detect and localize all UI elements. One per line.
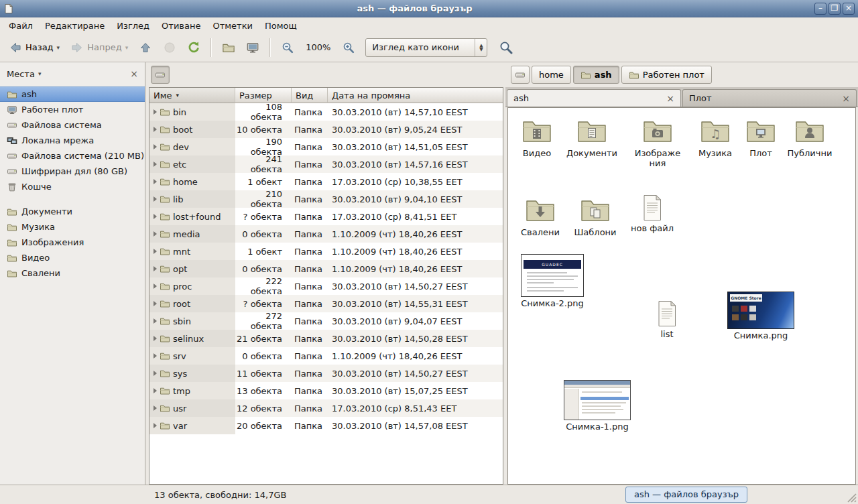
pathbar-button-root[interactable] [511,66,530,84]
column-header-date[interactable]: Дата на промяна [328,88,503,103]
icon-view-item[interactable]: GUADECСнимка-2.png [519,254,585,309]
table-row[interactable]: sys11 обектаПапка30.03.2010 (вт) 14,50,2… [149,365,503,382]
expander-icon[interactable] [154,336,157,341]
table-row[interactable]: lost+found? обектаПапка17.03.2010 (ср) 8… [149,208,503,225]
icon-view[interactable]: ВидеоДокументиИзображения♫МузикаПлотПубл… [508,108,855,484]
expander-icon[interactable] [154,249,157,254]
icon-view-item[interactable]: Публични [785,115,835,159]
expander-icon[interactable] [154,284,157,289]
menu-help[interactable]: Помощ [259,19,303,32]
table-row[interactable]: tmp13 обектаПапка30.03.2010 (вт) 15,07,2… [149,382,503,399]
icon-view-item[interactable]: Плот [741,115,781,159]
menu-file[interactable]: Файл [3,19,39,32]
resize-grip[interactable] [847,493,857,503]
expander-icon[interactable] [154,423,157,428]
table-row[interactable]: boot10 обектаПапка30.03.2010 (вт) 9,05,2… [149,121,503,138]
expander-icon[interactable] [154,214,157,219]
sidebar-item[interactable]: Изображения [0,235,145,250]
table-row[interactable]: proc222 обектаПапка30.03.2010 (вт) 14,50… [149,277,503,295]
sidebar-item[interactable]: Свалени [0,265,145,281]
titlebar[interactable]: ash — файлов браузър – ❐ × [0,0,858,17]
menu-edit[interactable]: Редактиране [39,19,111,32]
up-button[interactable] [134,38,157,57]
computer-button[interactable] [241,38,264,57]
stop-button[interactable] [158,38,181,57]
sidebar-close-icon[interactable]: × [130,69,138,78]
icon-view-item[interactable]: нов файл [627,194,677,234]
icon-view-item[interactable]: Снимка-1.png [564,380,631,432]
tab-ash[interactable]: ash× [507,89,681,107]
pathbar-button-desktop[interactable]: Работен плот [621,66,712,84]
pathbar-root-button[interactable] [151,66,170,84]
icon-view-item[interactable]: list [645,300,689,340]
table-row[interactable]: etc241 обектаПапка30.03.2010 (вт) 14,57,… [149,155,503,173]
expander-icon[interactable] [154,301,157,306]
expander-icon[interactable] [154,162,157,167]
tab-plot[interactable]: Плот× [682,89,857,107]
close-button[interactable]: × [843,3,855,15]
column-header-name[interactable]: Име▾ [149,88,235,103]
forward-button[interactable]: Напред ▾ [66,38,133,57]
menu-view[interactable]: Изглед [111,19,156,32]
table-row[interactable]: usr12 обектаПапка17.03.2010 (ср) 8,51,43… [149,399,503,417]
sidebar-item[interactable]: Файлова система [0,117,145,133]
column-header-type[interactable]: Вид [292,88,328,103]
menu-bookmarks[interactable]: Отметки [206,19,258,32]
minimize-button[interactable]: – [814,3,826,15]
sidebar-item[interactable]: Музика [0,219,145,235]
sidebar-item[interactable]: Шифриран дял (80 GB) [0,164,145,179]
pathbar-button-home[interactable]: home [532,66,571,84]
table-row[interactable]: bin108 обектаПапка30.03.2010 (вт) 14,57,… [149,103,503,121]
chevron-down-icon[interactable]: ▾ [38,70,42,77]
icon-view-item[interactable]: Свалени [518,194,562,238]
expander-icon[interactable] [154,371,157,376]
home-button[interactable] [217,38,240,57]
icon-view-item[interactable]: Документи [564,115,620,159]
table-row[interactable]: opt0 обектаПапка1.10.2009 (чт) 18,40,26 … [149,260,503,277]
icon-view-item[interactable]: ♫Музика [693,115,737,159]
tab-close-icon[interactable]: × [842,94,850,103]
reload-button[interactable] [182,38,205,57]
expander-icon[interactable] [154,266,157,271]
icon-view-item[interactable]: Шаблони [573,194,617,238]
maximize-button[interactable]: ❐ [829,3,841,15]
expander-icon[interactable] [154,179,157,184]
sidebar-item[interactable]: Видео [0,250,145,265]
table-row[interactable]: lib210 обектаПапка30.03.2010 (вт) 9,04,1… [149,190,503,208]
column-header-size[interactable]: Размер [235,88,292,103]
sidebar-item[interactable]: Файлова система (210 MB) [0,148,145,164]
search-button[interactable] [494,38,518,58]
table-row[interactable]: srv0 обектаПапка1.10.2009 (чт) 18,40,26 … [149,347,503,365]
expander-icon[interactable] [154,405,157,411]
pathbar-button-ash[interactable]: ash [573,66,619,84]
expander-icon[interactable] [154,353,157,359]
table-row[interactable]: dev190 обектаПапка30.03.2010 (вт) 14,51,… [149,138,503,155]
sidebar-item[interactable]: Документи [0,204,145,219]
expander-icon[interactable] [154,127,157,132]
icon-view-item[interactable]: GNOME StoreСнимка.png [727,292,794,341]
expander-icon[interactable] [154,109,157,115]
sidebar-item[interactable]: Кошче [0,179,145,194]
table-row[interactable]: root? обектаПапка30.03.2010 (вт) 14,55,3… [149,295,503,312]
zoom-in-button[interactable] [337,38,360,57]
view-mode-select[interactable]: Изглед като икони ▲▼ [365,38,487,57]
icon-view-item[interactable]: Изображения [632,115,683,168]
expander-icon[interactable] [154,388,157,393]
taskbar-window-button[interactable]: ash — файлов браузър [625,487,747,503]
icon-view-item[interactable]: Видео [513,115,560,159]
table-row[interactable]: sbin272 обектаПапка30.03.2010 (вт) 9,04,… [149,312,503,330]
table-row[interactable]: home1 обектПапка17.03.2010 (ср) 10,38,55… [149,173,503,190]
sidebar-item[interactable]: ash [0,86,145,102]
expander-icon[interactable] [154,144,157,149]
expander-icon[interactable] [154,196,157,202]
table-row[interactable]: media0 обектаПапка1.10.2009 (чт) 18,40,2… [149,225,503,243]
table-row[interactable]: var20 обектаПапка30.03.2010 (вт) 14,57,0… [149,417,503,434]
menu-go[interactable]: Отиване [156,19,206,32]
table-row[interactable]: selinux21 обектаПапка30.03.2010 (вт) 14,… [149,330,503,347]
table-row[interactable]: mnt1 обектПапка1.10.2009 (чт) 18,40,26 E… [149,243,503,260]
zoom-out-button[interactable] [276,38,299,57]
expander-icon[interactable] [154,231,157,237]
back-button[interactable]: Назад ▾ [4,38,64,57]
tab-close-icon[interactable]: × [666,94,674,103]
sidebar-item[interactable]: Локална мрежа [0,133,145,148]
